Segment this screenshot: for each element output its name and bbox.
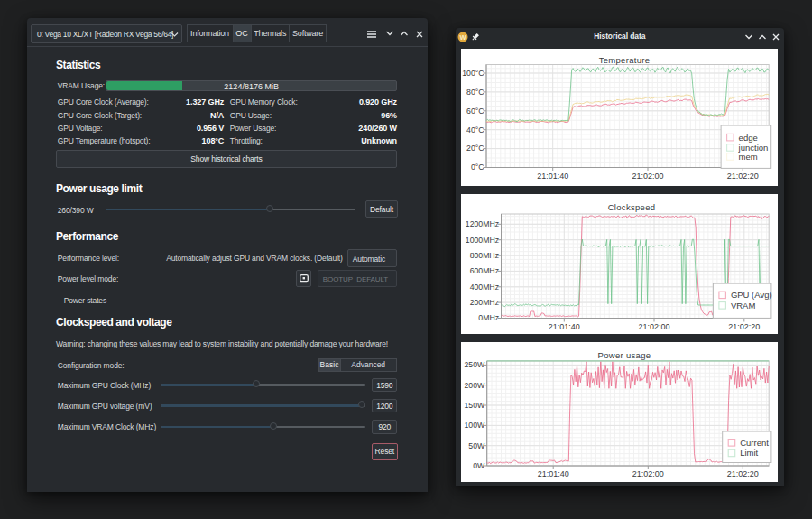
svg-text:21:01:40: 21:01:40 xyxy=(537,469,568,478)
svg-text:400MHz: 400MHz xyxy=(469,282,498,291)
svg-text:800MHz: 800MHz xyxy=(469,250,498,259)
svg-text:0°C: 0°C xyxy=(470,162,484,171)
svg-text:50W: 50W xyxy=(468,441,485,450)
svg-text:Clockspeed: Clockspeed xyxy=(607,202,655,212)
svg-text:100W: 100W xyxy=(464,421,484,430)
svg-text:Limit: Limit xyxy=(740,448,758,458)
svg-text:GPU (Avg): GPU (Avg) xyxy=(730,290,771,300)
svg-text:600MHz: 600MHz xyxy=(469,266,498,275)
svg-text:250W: 250W xyxy=(464,360,484,369)
svg-text:200MHz: 200MHz xyxy=(469,297,498,306)
svg-text:21:02:20: 21:02:20 xyxy=(728,321,760,330)
svg-text:60°C: 60°C xyxy=(466,106,484,115)
svg-text:1200MHz: 1200MHz xyxy=(465,219,498,228)
svg-text:200W: 200W xyxy=(464,381,484,390)
svg-text:21:02:20: 21:02:20 xyxy=(726,171,758,180)
svg-text:21:02:20: 21:02:20 xyxy=(726,469,758,478)
svg-text:edge: edge xyxy=(738,132,757,142)
svg-text:150W: 150W xyxy=(464,401,484,410)
svg-text:100°C: 100°C xyxy=(462,68,484,77)
svg-text:20°C: 20°C xyxy=(466,144,484,153)
svg-text:VRAM: VRAM xyxy=(730,300,755,310)
svg-text:0MHz: 0MHz xyxy=(478,313,499,322)
svg-text:21:02:00: 21:02:00 xyxy=(632,469,663,478)
svg-text:21:02:00: 21:02:00 xyxy=(638,321,669,330)
svg-text:1000MHz: 1000MHz xyxy=(465,235,498,244)
svg-text:Current: Current xyxy=(740,438,769,448)
svg-text:0W: 0W xyxy=(473,461,485,470)
svg-text:Temperature: Temperature xyxy=(598,55,650,65)
svg-text:80°C: 80°C xyxy=(466,87,484,96)
svg-text:mem: mem xyxy=(738,152,757,162)
svg-text:Power usage: Power usage xyxy=(597,350,651,360)
svg-text:21:01:40: 21:01:40 xyxy=(537,171,568,180)
svg-text:21:02:00: 21:02:00 xyxy=(632,171,663,180)
svg-text:21:01:40: 21:01:40 xyxy=(548,321,579,330)
svg-text:40°C: 40°C xyxy=(466,125,484,134)
